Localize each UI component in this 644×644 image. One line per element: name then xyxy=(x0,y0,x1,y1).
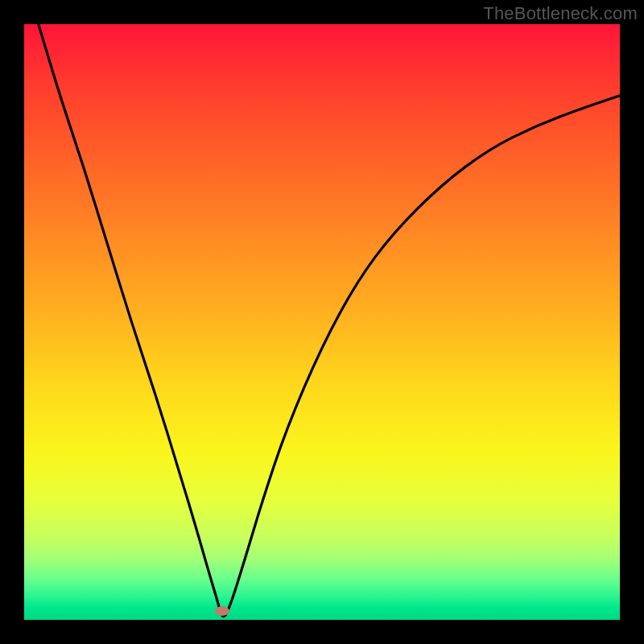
bottleneck-curve xyxy=(24,24,620,620)
chart-plot-area xyxy=(24,24,620,620)
optimal-point-marker xyxy=(215,606,229,616)
watermark-text: TheBottleneck.com xyxy=(483,3,638,24)
